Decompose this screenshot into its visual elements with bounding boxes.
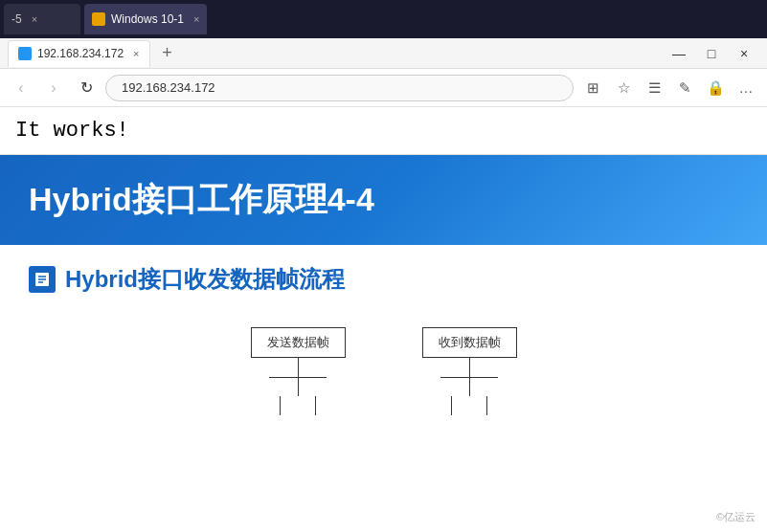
- note-icon: ✎: [679, 79, 691, 97]
- taskbar-tab-2[interactable]: Windows 10-1 ×: [84, 4, 207, 34]
- reader-mode-button[interactable]: ⊞: [579, 75, 606, 101]
- minimize-button[interactable]: —: [664, 40, 694, 67]
- forward-button[interactable]: ›: [40, 75, 67, 101]
- recv-frame-box: 收到数据帧: [422, 327, 517, 358]
- share-icon: 🔒: [707, 79, 725, 97]
- recv-split: [431, 377, 508, 396]
- web-note-button[interactable]: ✎: [671, 75, 698, 101]
- star-icon: ☆: [618, 79, 630, 97]
- forward-icon: ›: [51, 79, 56, 97]
- browser-content: It works! Hybrid接口工作原理4-4 Hybrid接口收发数据帧流…: [0, 107, 767, 532]
- blue-banner: Hybrid接口工作原理4-4: [0, 155, 767, 245]
- section-icon: [29, 266, 56, 293]
- win-tab-icon: [18, 47, 32, 60]
- tab2-icon: [92, 12, 105, 26]
- send-split: [259, 377, 336, 396]
- win-tab[interactable]: 192.168.234.172 ×: [8, 40, 150, 67]
- browser-window: 192.168.234.172 × + — □ × ‹ › ↻ 192.168.…: [0, 38, 767, 532]
- recv-line: [469, 358, 470, 377]
- recv-branch-left: [451, 396, 452, 415]
- tab1-label: -5: [11, 12, 22, 26]
- win-controls: — □ ×: [664, 40, 759, 67]
- section-title: Hybrid接口收发数据帧流程: [65, 264, 345, 295]
- back-icon: ‹: [18, 79, 23, 97]
- it-works-text: It works!: [0, 107, 767, 155]
- back-button[interactable]: ‹: [8, 75, 34, 101]
- send-frame-box: 发送数据帧: [251, 327, 346, 358]
- flow-branch-send: 发送数据帧: [251, 327, 346, 415]
- recv-branches: [451, 396, 487, 415]
- tab2-label: Windows 10-1: [111, 12, 184, 26]
- watermark-text: ©亿运云: [716, 511, 756, 522]
- taskbar-tab-1[interactable]: -5 ×: [4, 4, 80, 34]
- send-branch-left: [280, 396, 281, 415]
- win-titlebar: 192.168.234.172 × + — □ ×: [0, 38, 767, 69]
- tab1-close[interactable]: ×: [32, 13, 37, 25]
- win-tab-label: 192.168.234.172: [37, 47, 124, 60]
- send-branch-right: [315, 396, 316, 415]
- hub-button[interactable]: ☰: [641, 75, 667, 101]
- hub-icon: ☰: [648, 79, 661, 97]
- banner-title: Hybrid接口工作原理4-4: [29, 178, 374, 222]
- favorites-button[interactable]: ☆: [610, 75, 637, 101]
- recv-branch-right: [486, 396, 487, 415]
- new-tab-button[interactable]: +: [154, 40, 181, 67]
- win-tab-close-btn[interactable]: ×: [133, 48, 139, 59]
- send-line: [298, 358, 299, 377]
- refresh-icon: ↻: [80, 78, 93, 97]
- address-text: 192.168.234.172: [122, 80, 215, 95]
- nav-icons: ⊞ ☆ ☰ ✎ 🔒 …: [579, 75, 759, 101]
- it-works-content: It works!: [15, 119, 129, 143]
- reader-icon: ⊞: [587, 79, 599, 97]
- address-bar[interactable]: 192.168.234.172: [105, 75, 574, 101]
- send-branches: [280, 396, 316, 415]
- more-button[interactable]: …: [733, 75, 759, 101]
- flow-branch-recv: 收到数据帧: [422, 327, 517, 415]
- os-taskbar: -5 × Windows 10-1 ×: [0, 0, 767, 38]
- share-button[interactable]: 🔒: [702, 75, 729, 101]
- maximize-button[interactable]: □: [696, 40, 727, 67]
- close-button[interactable]: ×: [729, 40, 759, 67]
- content-section: Hybrid接口收发数据帧流程 发送数据帧: [0, 245, 767, 444]
- flow-diagram: 发送数据帧: [29, 318, 738, 425]
- tab2-close[interactable]: ×: [193, 13, 199, 25]
- watermark: ©亿运云: [716, 510, 756, 524]
- section-header: Hybrid接口收发数据帧流程: [29, 264, 738, 295]
- nav-bar: ‹ › ↻ 192.168.234.172 ⊞ ☆ ☰ ✎ 🔒: [0, 69, 767, 107]
- more-icon: …: [739, 79, 754, 96]
- refresh-button[interactable]: ↻: [73, 75, 100, 101]
